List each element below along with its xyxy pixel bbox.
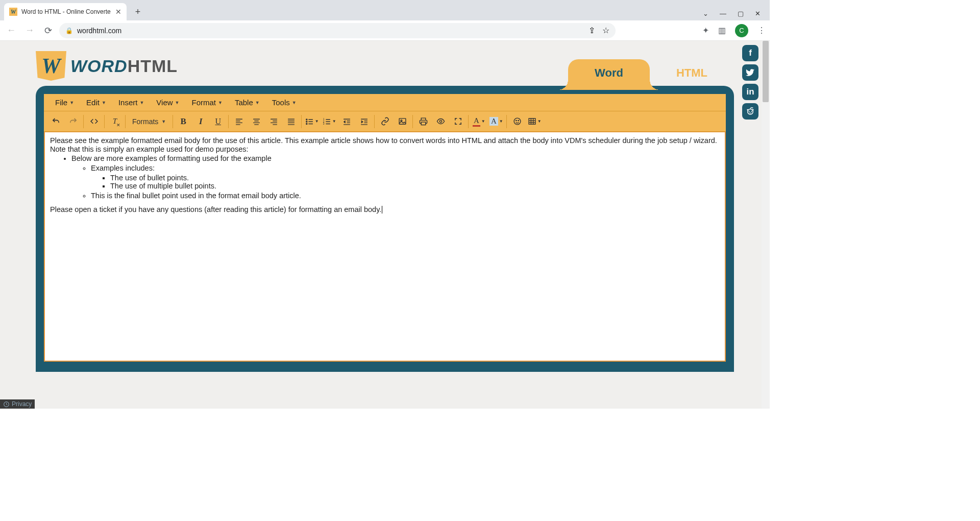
site-logo[interactable]: W WORDHTML xyxy=(36,51,178,81)
numbered-list-icon[interactable]: 123▼ xyxy=(321,113,338,130)
link-icon[interactable] xyxy=(376,113,394,130)
extensions-icon[interactable]: ✦ xyxy=(702,26,709,35)
list-item: The use of bullet points. xyxy=(110,174,720,182)
svg-rect-14 xyxy=(421,122,426,125)
close-tab-icon[interactable]: ✕ xyxy=(115,8,121,16)
svg-point-18 xyxy=(518,120,519,121)
text-color-icon[interactable]: A▼ xyxy=(470,113,487,130)
minimize-icon[interactable]: — xyxy=(720,10,726,17)
logo-badge-icon: W xyxy=(36,51,66,81)
svg-point-3 xyxy=(752,109,754,111)
share-icon[interactable]: ⇪ xyxy=(589,26,595,35)
formats-dropdown[interactable]: Formats▼ xyxy=(127,113,171,130)
align-center-icon[interactable] xyxy=(248,113,265,130)
svg-point-4 xyxy=(747,109,748,111)
list-item: This is the final bullet point used in t… xyxy=(91,192,720,200)
highlight-color-icon[interactable]: A▼ xyxy=(487,113,505,130)
indent-icon[interactable] xyxy=(355,113,373,130)
reddit-icon[interactable] xyxy=(742,103,758,120)
menu-insert[interactable]: Insert▼ xyxy=(112,95,150,110)
scrollbar-track[interactable] xyxy=(762,41,770,409)
svg-rect-12 xyxy=(399,119,406,124)
bold-icon[interactable]: B xyxy=(175,113,192,130)
preview-icon[interactable] xyxy=(432,113,449,130)
scrollbar-thumb[interactable] xyxy=(763,41,769,102)
menu-table[interactable]: Table▼ xyxy=(229,95,266,110)
redo-icon[interactable] xyxy=(64,113,82,130)
paragraph: Please see the example formatted email b… xyxy=(50,136,720,153)
image-icon[interactable] xyxy=(394,113,411,130)
maximize-icon[interactable]: ▢ xyxy=(738,10,744,17)
emoji-icon[interactable] xyxy=(508,113,526,130)
underline-icon[interactable]: U xyxy=(209,113,227,130)
print-icon[interactable] xyxy=(414,113,432,130)
close-window-icon[interactable]: ✕ xyxy=(755,10,761,17)
editor-area[interactable]: Please see the example formatted email b… xyxy=(44,132,726,362)
svg-point-2 xyxy=(751,111,752,112)
align-right-icon[interactable] xyxy=(265,113,282,130)
italic-icon[interactable]: I xyxy=(192,113,209,130)
address-bar: ← → ⟳ 🔒 wordhtml.com ⇪ ☆ ✦ ▥ C ⋮ xyxy=(0,20,770,41)
logo-html: HTML xyxy=(128,56,178,76)
paragraph: Please open a ticket if you have any que… xyxy=(50,205,720,214)
outdent-icon[interactable] xyxy=(338,113,355,130)
view-tabs: Word HTML xyxy=(568,59,734,90)
window-controls: ⌄ — ▢ ✕ xyxy=(703,10,770,20)
forward-button[interactable]: → xyxy=(22,23,37,38)
lock-icon: 🔒 xyxy=(65,27,73,34)
svg-rect-19 xyxy=(529,119,535,124)
table-icon[interactable]: ▼ xyxy=(526,113,543,130)
undo-icon[interactable] xyxy=(47,113,64,130)
svg-point-16 xyxy=(514,118,521,125)
social-links: f in xyxy=(742,45,758,120)
svg-point-7 xyxy=(306,121,307,122)
list-item: Below are more examples of formatting us… xyxy=(71,154,720,200)
svg-point-15 xyxy=(439,120,442,122)
toolbar: T✕ Formats▼ B I U ▼ 123▼ A▼ xyxy=(44,111,726,132)
tab-word[interactable]: Word xyxy=(568,59,650,90)
privacy-badge[interactable]: Privacy xyxy=(0,399,35,409)
chevron-down-icon[interactable]: ⌄ xyxy=(703,10,708,17)
clear-formatting-icon[interactable]: T✕ xyxy=(106,113,124,130)
svg-point-8 xyxy=(306,123,307,124)
url-text: wordhtml.com xyxy=(77,27,121,35)
browser-tab-strip: W Word to HTML - Online Converte ✕ + ⌄ —… xyxy=(0,0,770,20)
page-body: W WORDHTML f in Word HTML File▼ Edit▼ In… xyxy=(0,41,770,409)
svg-point-17 xyxy=(516,120,516,121)
svg-point-1 xyxy=(749,111,750,112)
menubar: File▼ Edit▼ Insert▼ View▼ Format▼ Table▼… xyxy=(44,94,726,111)
favicon-icon: W xyxy=(9,8,17,16)
align-left-icon[interactable] xyxy=(230,113,248,130)
menu-view[interactable]: View▼ xyxy=(150,95,185,110)
menu-icon[interactable]: ⋮ xyxy=(757,26,766,35)
sidepanel-icon[interactable]: ▥ xyxy=(718,26,726,35)
twitter-icon[interactable] xyxy=(742,64,758,81)
list-item: Examples includes: The use of bullet poi… xyxy=(91,164,720,191)
tab-html[interactable]: HTML xyxy=(650,59,734,90)
source-code-icon[interactable] xyxy=(85,113,103,130)
svg-point-5 xyxy=(752,107,753,108)
linkedin-icon[interactable]: in xyxy=(742,84,758,100)
menu-format[interactable]: Format▼ xyxy=(185,95,228,110)
list-item: The use of multiple bullet points. xyxy=(110,182,720,191)
menu-file[interactable]: File▼ xyxy=(49,95,80,110)
browser-tab[interactable]: W Word to HTML - Online Converte ✕ xyxy=(4,3,127,20)
tab-title: Word to HTML - Online Converte xyxy=(21,8,111,15)
svg-text:3: 3 xyxy=(323,123,325,125)
profile-avatar[interactable]: C xyxy=(735,24,748,37)
bookmark-icon[interactable]: ☆ xyxy=(602,26,609,35)
menu-tools[interactable]: Tools▼ xyxy=(266,95,303,110)
logo-word: WORD xyxy=(70,56,128,76)
editor-container: Word HTML File▼ Edit▼ Insert▼ View▼ Form… xyxy=(36,86,734,372)
reload-button[interactable]: ⟳ xyxy=(41,23,55,38)
fullscreen-icon[interactable] xyxy=(449,113,467,130)
align-justify-icon[interactable] xyxy=(282,113,300,130)
omnibox[interactable]: 🔒 wordhtml.com ⇪ ☆ xyxy=(59,23,616,38)
back-button[interactable]: ← xyxy=(4,23,18,38)
new-tab-button[interactable]: + xyxy=(131,5,145,19)
bullet-list-icon[interactable]: ▼ xyxy=(303,113,321,130)
menu-edit[interactable]: Edit▼ xyxy=(80,95,112,110)
svg-point-0 xyxy=(748,109,753,115)
facebook-icon[interactable]: f xyxy=(742,45,758,61)
svg-point-6 xyxy=(306,119,307,120)
